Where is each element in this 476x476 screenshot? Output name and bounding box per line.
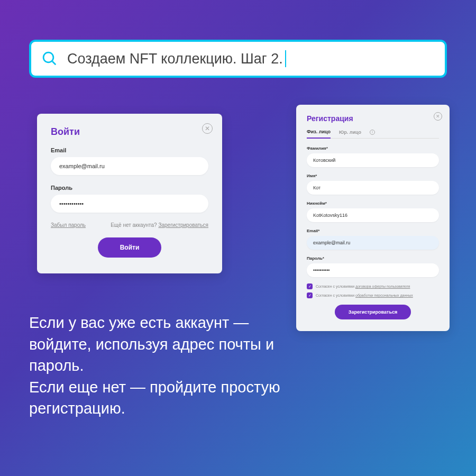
name-field[interactable] bbox=[307, 181, 439, 195]
account-type-tabs: Физ. лицо Юр. лицо i bbox=[307, 129, 439, 139]
close-icon[interactable]: ✕ bbox=[202, 123, 213, 134]
tab-individual[interactable]: Физ. лицо bbox=[307, 129, 331, 139]
agree-offer-row: ✓ Согласен с условиями договора оферты п… bbox=[307, 283, 439, 289]
password-label: Пароль bbox=[51, 185, 208, 191]
surname-label: Фамилия* bbox=[307, 146, 439, 151]
register-card: Регистрация ✕ Физ. лицо Юр. лицо i Фамил… bbox=[296, 105, 450, 331]
search-text: Создаем NFT коллекцию. Шаг 2. bbox=[67, 51, 283, 67]
nickname-label: Никнейм* bbox=[307, 201, 439, 206]
login-button[interactable]: Войти bbox=[98, 237, 162, 258]
register-link[interactable]: Зарегистрироваться bbox=[158, 222, 208, 228]
forgot-password-link[interactable]: Забыл пароль bbox=[51, 222, 86, 228]
register-title: Регистрация bbox=[307, 114, 439, 123]
password-field[interactable] bbox=[51, 195, 208, 213]
tab-business[interactable]: Юр. лицо bbox=[339, 130, 361, 138]
nickname-field[interactable] bbox=[307, 208, 439, 222]
close-icon[interactable]: ✕ bbox=[434, 112, 442, 121]
reg-email-label: Email* bbox=[307, 228, 439, 233]
checkbox-privacy[interactable]: ✓ bbox=[307, 292, 313, 298]
email-label: Email bbox=[51, 147, 208, 153]
text-cursor bbox=[285, 50, 286, 67]
checkbox-offer[interactable]: ✓ bbox=[307, 283, 313, 289]
svg-point-0 bbox=[43, 52, 53, 62]
agree-privacy-row: ✓ Согласен с условиями обработки персона… bbox=[307, 292, 439, 298]
reg-password-label: Пароль* bbox=[307, 256, 439, 261]
login-links: Забыл пароль Ещё нет аккаунта? Зарегистр… bbox=[51, 222, 208, 228]
reg-email-field[interactable] bbox=[307, 236, 439, 250]
no-account-text: Ещё нет аккаунта? Зарегистрироваться bbox=[111, 222, 208, 228]
svg-line-1 bbox=[52, 61, 56, 65]
reg-password-field[interactable] bbox=[307, 263, 439, 277]
offer-link[interactable]: договора оферты пользователя bbox=[355, 285, 410, 288]
register-button[interactable]: Зарегистрироваться bbox=[335, 305, 411, 319]
info-icon[interactable]: i bbox=[370, 130, 375, 135]
instruction-line-2: Если еще нет — пройдите простую регистра… bbox=[29, 377, 315, 419]
instruction-line-1: Если у вас уже есть аккаунт — войдите, и… bbox=[29, 312, 315, 377]
search-icon bbox=[42, 51, 58, 67]
name-label: Имя* bbox=[307, 173, 439, 178]
login-card: Войти ✕ Email Пароль Забыл пароль Ещё не… bbox=[37, 114, 222, 273]
instruction-text: Если у вас уже есть аккаунт — войдите, и… bbox=[29, 312, 315, 419]
surname-field[interactable] bbox=[307, 153, 439, 167]
search-bar[interactable]: Создаем NFT коллекцию. Шаг 2. bbox=[29, 40, 447, 78]
login-title: Войти bbox=[51, 126, 208, 138]
privacy-link[interactable]: обработки персональных данных bbox=[355, 294, 413, 297]
email-field[interactable] bbox=[51, 157, 208, 175]
